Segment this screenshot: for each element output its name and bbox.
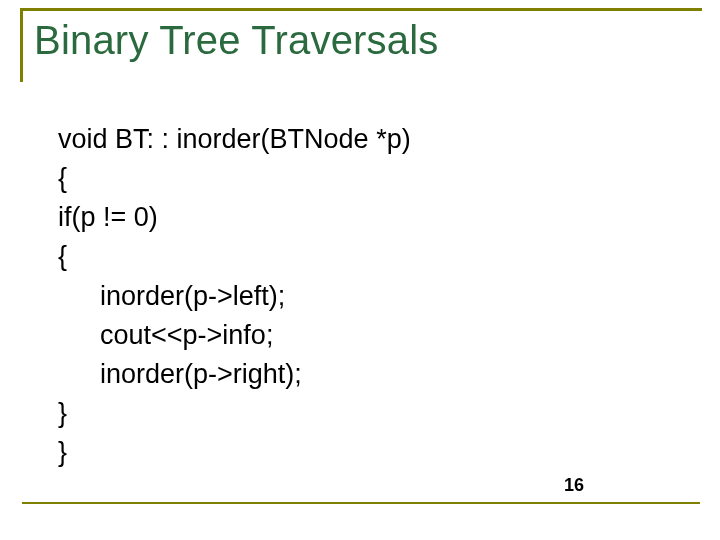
code-line: { [58, 237, 411, 276]
slide: Binary Tree Traversals void BT: : inorde… [0, 0, 720, 540]
page-number: 16 [560, 475, 588, 496]
code-line: if(p != 0) [58, 198, 411, 237]
slide-title: Binary Tree Traversals [34, 18, 439, 62]
code-line: void BT: : inorder(BTNode *p) [58, 120, 411, 159]
code-line: inorder(p->right); [58, 355, 411, 394]
code-block: void BT: : inorder(BTNode *p) { if(p != … [58, 120, 411, 472]
bottom-rule [22, 502, 700, 504]
code-line: } [58, 394, 411, 433]
title-frame-top [20, 8, 702, 11]
code-line: { [58, 159, 411, 198]
code-line: cout<<p->info; [58, 316, 411, 355]
code-line: inorder(p->left); [58, 277, 411, 316]
title-frame-left [20, 8, 23, 82]
code-line: } [58, 433, 411, 472]
